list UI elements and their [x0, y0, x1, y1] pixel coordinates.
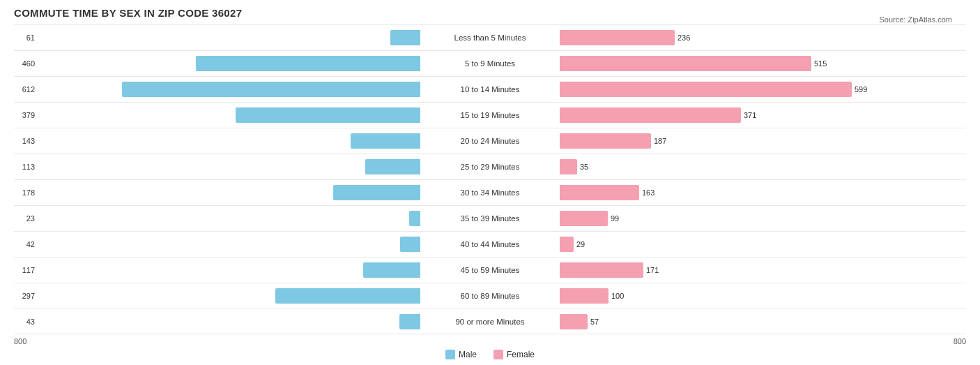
male-value: 297	[14, 292, 35, 300]
male-bar	[122, 82, 420, 97]
male-bar-wrap	[38, 133, 420, 149]
left-side: 113	[14, 159, 420, 174]
male-bar-wrap	[38, 262, 420, 278]
right-side: 99	[560, 211, 966, 226]
male-bar	[351, 133, 420, 149]
legend-male: Male	[445, 350, 477, 359]
category-label: 90 or more Minutes	[420, 318, 560, 326]
male-bar-wrap	[38, 82, 420, 97]
male-bar	[236, 107, 420, 123]
male-value: 43	[14, 318, 35, 326]
row-inner: 297 60 to 89 Minutes 100	[14, 288, 966, 304]
row-inner: 143 20 to 24 Minutes 187	[14, 133, 966, 149]
right-side: 100	[560, 288, 966, 304]
category-label: 60 to 89 Minutes	[420, 292, 560, 300]
right-side: 35	[560, 159, 966, 174]
table-row: 143 20 to 24 Minutes 187	[14, 128, 966, 154]
table-row: 43 90 or more Minutes 57	[14, 308, 966, 334]
male-bar	[399, 314, 420, 329]
category-label: 5 to 9 Minutes	[420, 59, 560, 68]
male-bar-wrap	[38, 107, 420, 123]
category-label: Less than 5 Minutes	[420, 33, 560, 42]
row-inner: 42 40 to 44 Minutes 29	[14, 237, 966, 252]
male-bar	[400, 237, 420, 252]
female-value: 236	[677, 33, 698, 42]
female-value: 187	[654, 137, 675, 145]
table-row: 297 60 to 89 Minutes 100	[14, 283, 966, 308]
female-value: 171	[646, 266, 667, 274]
axis-min: 800	[14, 337, 26, 345]
male-bar-wrap	[38, 314, 420, 329]
category-label: 15 to 19 Minutes	[420, 111, 560, 119]
table-row: 42 40 to 44 Minutes 29	[14, 231, 966, 257]
male-bar-wrap	[38, 211, 420, 226]
male-bar	[363, 262, 420, 278]
left-side: 61	[14, 30, 420, 45]
female-bar	[560, 237, 574, 252]
male-value: 117	[14, 266, 35, 274]
right-side: 57	[560, 314, 966, 329]
female-bar	[560, 262, 643, 278]
row-inner: 43 90 or more Minutes 57	[14, 314, 966, 329]
category-label: 45 to 59 Minutes	[420, 266, 560, 274]
left-side: 612	[14, 82, 420, 97]
female-bar	[560, 133, 651, 149]
legend: Male Female	[14, 350, 966, 359]
female-value: 29	[576, 240, 597, 248]
male-bar	[333, 185, 420, 200]
category-label: 25 to 29 Minutes	[420, 163, 560, 171]
category-label: 40 to 44 Minutes	[420, 240, 560, 248]
male-value: 61	[14, 33, 35, 42]
left-side: 42	[14, 237, 420, 252]
male-value: 143	[14, 137, 35, 145]
row-inner: 178 30 to 34 Minutes 163	[14, 185, 966, 200]
female-bar	[560, 56, 811, 71]
category-label: 10 to 14 Minutes	[420, 85, 560, 94]
right-side: 371	[560, 107, 966, 123]
left-side: 43	[14, 314, 420, 329]
female-bar	[560, 159, 577, 174]
right-side: 236	[560, 30, 966, 45]
male-value: 379	[14, 111, 35, 119]
right-side: 163	[560, 185, 966, 200]
male-bar-wrap	[38, 56, 420, 71]
female-value: 163	[642, 188, 663, 197]
table-row: 23 35 to 39 Minutes 99	[14, 205, 966, 231]
legend-male-box	[445, 350, 455, 359]
table-row: 178 30 to 34 Minutes 163	[14, 179, 966, 205]
table-row: 61 Less than 5 Minutes 236	[14, 24, 966, 50]
right-side: 171	[560, 262, 966, 278]
male-value: 460	[14, 59, 35, 68]
male-value: 113	[14, 163, 35, 171]
male-value: 23	[14, 214, 35, 223]
left-side: 117	[14, 262, 420, 278]
left-side: 297	[14, 288, 420, 304]
category-label: 30 to 34 Minutes	[420, 188, 560, 197]
left-side: 23	[14, 211, 420, 226]
female-value: 35	[580, 163, 601, 171]
row-inner: 117 45 to 59 Minutes 171	[14, 262, 966, 278]
legend-female-label: Female	[507, 350, 535, 359]
male-bar	[275, 288, 420, 304]
female-bar	[560, 314, 588, 329]
male-bar-wrap	[38, 237, 420, 252]
legend-male-label: Male	[459, 350, 477, 359]
axis-max: 800	[954, 337, 966, 345]
female-bar	[560, 288, 608, 304]
right-side: 187	[560, 133, 966, 149]
left-side: 178	[14, 185, 420, 200]
female-bar	[560, 82, 852, 97]
category-label: 20 to 24 Minutes	[420, 137, 560, 145]
female-bar	[560, 107, 741, 123]
right-side: 515	[560, 56, 966, 71]
male-bar-wrap	[38, 30, 420, 45]
row-inner: 379 15 to 19 Minutes 371	[14, 107, 966, 123]
female-bar	[560, 185, 639, 200]
male-bar	[390, 30, 420, 45]
male-value: 178	[14, 188, 35, 197]
left-side: 460	[14, 56, 420, 71]
row-inner: 460 5 to 9 Minutes 515	[14, 56, 966, 71]
female-value: 100	[611, 292, 632, 300]
male-bar	[409, 211, 420, 226]
male-value: 612	[14, 85, 35, 94]
